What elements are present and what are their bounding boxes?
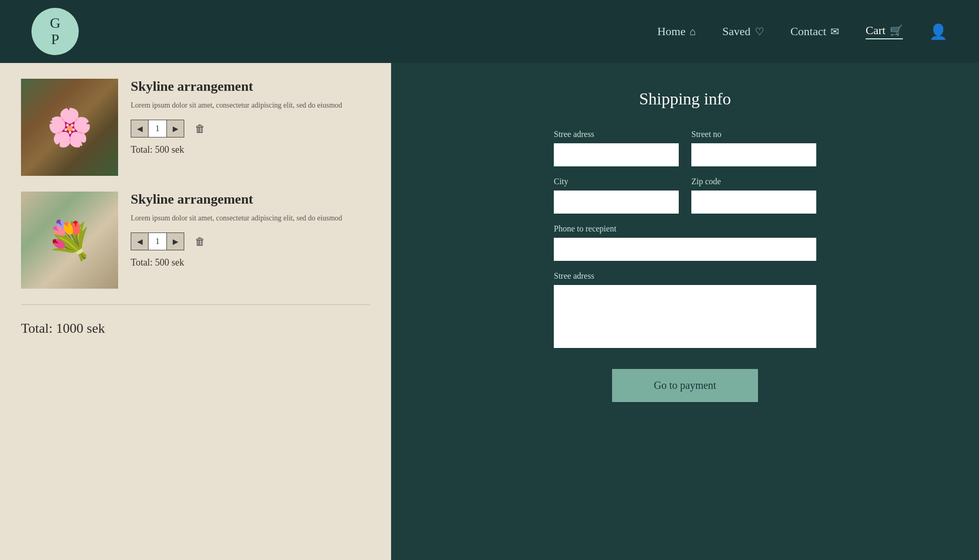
go-to-payment-button[interactable]: Go to payment bbox=[612, 369, 759, 402]
nav-home-label: Home bbox=[657, 25, 686, 38]
shipping-form: Stree adress Street no City Zip code bbox=[554, 130, 816, 348]
qty-decrease-1[interactable]: ◀ bbox=[131, 120, 148, 137]
qty-decrease-2[interactable]: ◀ bbox=[131, 233, 148, 250]
form-group-street-no: Street no bbox=[691, 130, 816, 166]
notes-label: Stree adress bbox=[554, 271, 816, 281]
form-group-zip: Zip code bbox=[691, 177, 816, 214]
form-row-4: Stree adress bbox=[554, 271, 816, 348]
qty-value-2: 1 bbox=[148, 233, 167, 250]
zip-code-input[interactable] bbox=[691, 191, 816, 214]
city-input[interactable] bbox=[554, 191, 679, 214]
delete-item-1[interactable]: 🗑 bbox=[191, 119, 209, 138]
form-row-3: Phone to recepient bbox=[554, 224, 816, 261]
delete-item-2[interactable]: 🗑 bbox=[191, 232, 209, 251]
home-icon: ⌂ bbox=[690, 26, 696, 38]
nav-home[interactable]: Home ⌂ bbox=[657, 25, 696, 38]
qty-value-1: 1 bbox=[148, 120, 167, 137]
phone-input[interactable] bbox=[554, 238, 816, 261]
item-details-1: Skyline arrangement Lorem ipsum dolor si… bbox=[131, 79, 370, 155]
nav-contact-label: Contact bbox=[791, 25, 826, 38]
item-controls-1: ◀ 1 ▶ 🗑 bbox=[131, 119, 370, 138]
street-no-input[interactable] bbox=[691, 143, 816, 166]
heart-icon: ♡ bbox=[755, 25, 764, 38]
phone-label: Phone to recepient bbox=[554, 224, 816, 234]
notes-textarea[interactable] bbox=[554, 285, 816, 348]
user-icon[interactable]: 👤 bbox=[929, 23, 948, 40]
navigation: Home ⌂ Saved ♡ Contact ✉ Cart 🛒 👤 bbox=[657, 23, 948, 40]
nav-contact[interactable]: Contact ✉ bbox=[791, 25, 839, 38]
item-description-1: Lorem ipsum dolor sit amet, consectetur … bbox=[131, 100, 370, 111]
form-group-city: City bbox=[554, 177, 679, 214]
logo[interactable]: GP bbox=[31, 8, 79, 55]
item-name-1: Skyline arrangement bbox=[131, 79, 370, 94]
cart-grand-total: Total: 1000 sek bbox=[21, 315, 370, 336]
form-group-street-address: Stree adress bbox=[554, 130, 679, 166]
item-name-2: Skyline arrangement bbox=[131, 192, 370, 207]
item-details-2: Skyline arrangement Lorem ipsum dolor si… bbox=[131, 192, 370, 268]
cart-panel: Skyline arrangement Lorem ipsum dolor si… bbox=[0, 63, 391, 560]
form-row-1: Stree adress Street no bbox=[554, 130, 816, 166]
quantity-control-2: ◀ 1 ▶ bbox=[131, 233, 184, 250]
cart-item-1: Skyline arrangement Lorem ipsum dolor si… bbox=[21, 79, 370, 176]
city-label: City bbox=[554, 177, 679, 186]
shipping-panel: Shipping info Stree adress Street no Cit… bbox=[391, 63, 979, 560]
cart-divider bbox=[21, 304, 370, 305]
item-controls-2: ◀ 1 ▶ 🗑 bbox=[131, 232, 370, 251]
cart-item-2: Skyline arrangement Lorem ipsum dolor si… bbox=[21, 192, 370, 289]
nav-saved[interactable]: Saved ♡ bbox=[722, 25, 764, 38]
qty-increase-1[interactable]: ▶ bbox=[167, 120, 184, 137]
nav-cart[interactable]: Cart 🛒 bbox=[866, 24, 903, 39]
street-no-label: Street no bbox=[691, 130, 816, 139]
trash-icon-2: 🗑 bbox=[195, 236, 205, 248]
item-image-2 bbox=[21, 192, 118, 289]
form-row-2: City Zip code bbox=[554, 177, 816, 214]
form-group-notes: Stree adress bbox=[554, 271, 816, 348]
trash-icon-1: 🗑 bbox=[195, 123, 205, 135]
zip-code-label: Zip code bbox=[691, 177, 816, 186]
nav-cart-label: Cart bbox=[866, 24, 886, 37]
street-address-input[interactable] bbox=[554, 143, 679, 166]
qty-increase-2[interactable]: ▶ bbox=[167, 233, 184, 250]
nav-saved-label: Saved bbox=[722, 25, 751, 38]
form-group-phone: Phone to recepient bbox=[554, 224, 816, 261]
street-address-label: Stree adress bbox=[554, 130, 679, 139]
shipping-title: Shipping info bbox=[639, 89, 731, 109]
item-image-1 bbox=[21, 79, 118, 176]
header: GP Home ⌂ Saved ♡ Contact ✉ Cart 🛒 👤 bbox=[0, 0, 979, 63]
main-content: Skyline arrangement Lorem ipsum dolor si… bbox=[0, 63, 979, 560]
logo-text: GP bbox=[50, 15, 60, 48]
mail-icon: ✉ bbox=[830, 25, 839, 38]
cart-icon: 🛒 bbox=[890, 24, 903, 37]
item-total-1: Total: 500 sek bbox=[131, 144, 370, 155]
item-total-2: Total: 500 sek bbox=[131, 257, 370, 268]
quantity-control-1: ◀ 1 ▶ bbox=[131, 120, 184, 138]
item-description-2: Lorem ipsum dolor sit amet, consectetur … bbox=[131, 213, 370, 224]
